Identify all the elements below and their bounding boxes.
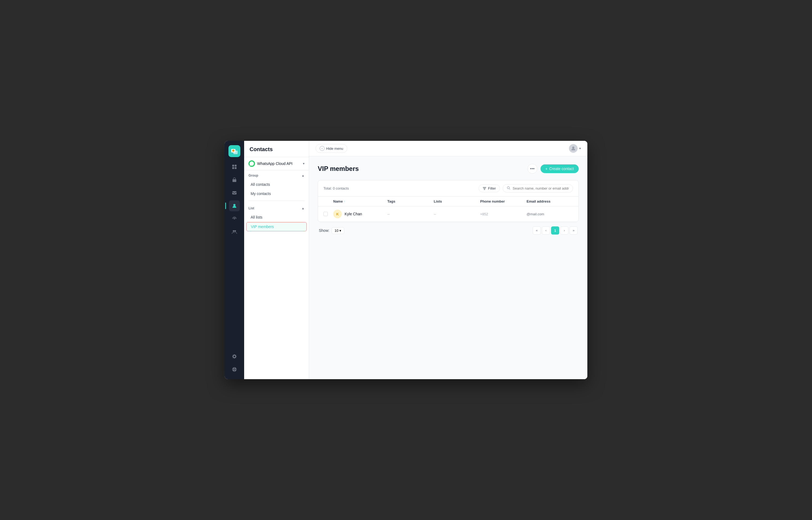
per-page-selector[interactable]: 10 ▾ [332, 227, 344, 234]
group-chevron-icon[interactable]: ▲ [302, 174, 305, 177]
nav-icon-settings[interactable] [229, 351, 240, 362]
channel-chevron-icon: ▾ [303, 162, 305, 165]
table-row[interactable]: K Kyle Chan -- -- +852 @mail.com [318, 206, 579, 222]
last-page-button[interactable]: » [569, 227, 578, 235]
search-icon [507, 186, 510, 191]
nav-icon-shop[interactable] [229, 175, 240, 185]
channel-name: WhatsApp Cloud API [257, 161, 301, 166]
svg-point-14 [507, 187, 509, 189]
svg-point-12 [234, 230, 236, 232]
table-header: Name ↑ Tags Lists Phone number Email add… [318, 197, 579, 206]
col-header-phone: Phone number [480, 199, 527, 203]
list-chevron-icon[interactable]: ▲ [302, 207, 305, 210]
more-options-button[interactable]: ••• [528, 164, 537, 174]
content-area: VIP members ••• + Create contact Total: … [309, 156, 587, 379]
svg-rect-3 [232, 165, 234, 166]
contact-tags: -- [387, 212, 434, 216]
contact-cell: K Kyle Chan [333, 210, 387, 218]
user-area: ▾ [569, 144, 581, 153]
nav-icon-inbox[interactable] [229, 187, 240, 198]
hide-menu-button[interactable]: ‹ Hide menu [316, 144, 347, 153]
list-section-header: List ▲ [244, 203, 309, 212]
first-page-button[interactable]: « [533, 227, 541, 235]
plus-icon: + [545, 166, 548, 171]
create-contact-button[interactable]: + Create contact [540, 164, 579, 173]
user-avatar [569, 144, 578, 153]
chevron-left-icon: ‹ [320, 146, 325, 151]
hide-menu-label: Hide menu [326, 147, 343, 151]
svg-rect-8 [232, 191, 236, 194]
contact-phone: +852 [480, 212, 527, 216]
list-label: List [249, 206, 254, 210]
sidebar-item-my-contacts[interactable]: My contacts [246, 189, 307, 198]
svg-rect-7 [232, 179, 236, 182]
nav-icon-contacts[interactable] [229, 201, 240, 211]
nav-icon-grid[interactable] [229, 161, 240, 172]
sidebar-item-all-lists[interactable]: All lists [246, 213, 307, 222]
table-toolbar: Total: 0 contacts Filter [318, 180, 579, 197]
col-header-tags: Tags [387, 199, 434, 203]
col-header-lists: Lists [434, 199, 480, 203]
app-logo [228, 145, 240, 157]
top-bar: ‹ Hide menu ▾ [309, 141, 587, 156]
row-checkbox-area[interactable] [324, 212, 333, 216]
search-input[interactable] [513, 186, 569, 190]
search-box[interactable] [503, 184, 573, 192]
per-page-value: 10 [335, 229, 338, 233]
col-header-email: Email address [527, 199, 573, 203]
toolbar-actions: Filter [479, 184, 573, 192]
left-sidebar: Contacts WhatsApp Cloud API ▾ Group ▲ Al… [244, 141, 309, 379]
svg-point-13 [572, 147, 575, 149]
contact-lists: -- [434, 212, 480, 216]
show-selector: Show: 10 ▾ [319, 227, 344, 234]
nav-icon-broadcast[interactable] [229, 213, 240, 224]
page-title: VIP members [318, 165, 359, 173]
col-name-label: Name [333, 199, 343, 203]
col-header-name[interactable]: Name ↑ [333, 199, 387, 203]
channel-selector[interactable]: WhatsApp Cloud API ▾ [244, 157, 309, 171]
page-header: VIP members ••• + Create contact [318, 164, 579, 174]
svg-point-11 [233, 230, 234, 232]
page-actions: ••• + Create contact [528, 164, 579, 174]
svg-point-9 [233, 204, 235, 206]
filter-label: Filter [488, 186, 496, 190]
contacts-table-card: Total: 0 contacts Filter [318, 180, 579, 222]
prev-page-button[interactable]: ‹ [542, 227, 550, 235]
nav-icon-groups[interactable] [229, 227, 240, 237]
contact-name: Kyle Chan [344, 212, 362, 216]
row-checkbox[interactable] [324, 212, 328, 216]
group-label: Group [249, 174, 258, 177]
group-section-header: Group ▲ [244, 171, 309, 180]
total-count: Total: 0 contacts [324, 186, 349, 190]
svg-point-10 [234, 218, 235, 219]
svg-point-2 [232, 150, 234, 152]
svg-rect-5 [232, 167, 234, 169]
next-page-button[interactable]: › [560, 227, 568, 235]
sidebar-item-all-contacts[interactable]: All contacts [246, 180, 307, 189]
filter-button[interactable]: Filter [479, 184, 500, 192]
user-menu-chevron-icon[interactable]: ▾ [579, 147, 581, 150]
icon-sidebar [225, 141, 244, 379]
main-content: ‹ Hide menu ▾ VIP members ••• [309, 141, 587, 379]
app-window: Contacts WhatsApp Cloud API ▾ Group ▲ Al… [225, 141, 587, 379]
current-page: 1 [551, 227, 559, 235]
group-section: Group ▲ All contacts My contacts [244, 171, 309, 199]
pagination-bar: Show: 10 ▾ « ‹ 1 › » [318, 222, 579, 235]
bottom-nav [229, 351, 240, 375]
sidebar-item-vip-members[interactable]: VIP members [246, 222, 307, 231]
more-options-icon: ••• [530, 166, 535, 171]
nav-icon-help[interactable] [229, 364, 240, 375]
list-section: List ▲ All lists VIP members [244, 203, 309, 232]
page-nav: « ‹ 1 › » [533, 227, 578, 235]
sidebar-divider [249, 201, 305, 201]
show-label: Show: [319, 228, 329, 233]
svg-rect-6 [235, 167, 236, 169]
sidebar-title: Contacts [244, 141, 309, 157]
sort-icon: ↑ [344, 200, 345, 203]
contact-avatar: K [333, 210, 342, 218]
create-contact-label: Create contact [549, 166, 574, 171]
svg-rect-4 [235, 165, 236, 166]
per-page-chevron-icon: ▾ [339, 229, 341, 233]
contact-email: @mail.com [527, 212, 573, 216]
col-header-checkbox [324, 199, 333, 203]
